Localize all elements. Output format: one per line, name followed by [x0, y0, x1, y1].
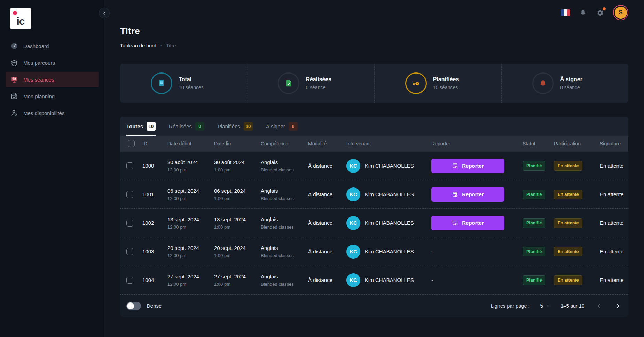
- breadcrumb-current: Titre: [166, 43, 176, 48]
- breadcrumb-root-link[interactable]: Tableau de bord: [120, 43, 156, 48]
- previous-page-button[interactable]: [595, 302, 603, 310]
- tab-label: À signer: [266, 123, 285, 129]
- cell-time-end: 1:00 pm: [214, 253, 258, 258]
- status-badge: Planifié: [523, 161, 545, 171]
- cell-signature: En attente: [597, 248, 628, 254]
- select-all-checkbox[interactable]: [128, 140, 135, 147]
- logo-text: ic: [16, 16, 24, 26]
- reporter-button-label: Reporter: [462, 191, 484, 197]
- stat-value: 10 séances: [433, 85, 471, 90]
- stat-value: 0 séance: [560, 85, 598, 90]
- reporter-button[interactable]: Reporter: [431, 187, 504, 202]
- sidebar-item-mes-disponibilites[interactable]: Mes disponibilités: [6, 105, 99, 121]
- sidebar-item-mes-parcours[interactable]: Mes parcours: [6, 55, 99, 70]
- intervenant-avatar: KC: [346, 159, 360, 173]
- cell-date-start: 27 sept. 2024: [167, 274, 211, 279]
- language-flag-france[interactable]: [561, 9, 570, 16]
- table-row: 1004 27 sept. 202412:00 pm 27 sept. 2024…: [120, 266, 628, 294]
- reporter-button-label: Reporter: [462, 220, 484, 226]
- cell-competence-sub: Blended classes: [261, 282, 305, 287]
- cell-time-start: 12:00 pm: [167, 196, 211, 201]
- notifications-button[interactable]: [579, 9, 587, 16]
- cell-time-end: 1:00 pm: [214, 196, 258, 201]
- table-row: 1003 20 sept. 202412:00 pm 20 sept. 2024…: [120, 237, 628, 266]
- reporter-button[interactable]: Reporter: [431, 216, 504, 230]
- column-header-date-fin: Date fin: [211, 141, 258, 146]
- stat-a-signer-circle: [532, 72, 554, 94]
- rows-per-page-select[interactable]: 5: [540, 303, 550, 309]
- next-page-button[interactable]: [614, 302, 622, 310]
- cell-competence: Anglais: [261, 216, 305, 222]
- tab-toutes[interactable]: Toutes 10: [126, 117, 156, 136]
- participation-badge: En attente: [554, 190, 582, 199]
- breadcrumb: Tableau de bord • Titre: [120, 43, 628, 48]
- participation-badge: En attente: [554, 218, 582, 228]
- stats-card: Total 10 séances Réalisées 0 séance Plan…: [120, 64, 628, 103]
- stat-value: 0 séance: [306, 85, 343, 90]
- tab-planifiees[interactable]: Planifiées 10: [218, 117, 253, 136]
- stat-realisees: Réalisées 0 séance: [247, 64, 374, 103]
- sidebar-item-mon-planning[interactable]: Mon planning: [6, 89, 99, 104]
- cell-intervenant-name: Kim CHABANOLLES: [365, 220, 414, 226]
- table-row: 1002 13 sept. 202412:00 pm 13 sept. 2024…: [120, 209, 628, 237]
- row-checkbox[interactable]: [126, 220, 133, 227]
- tab-a-signer[interactable]: À signer 0: [266, 117, 298, 136]
- cell-competence: Anglais: [261, 245, 305, 251]
- toggle-knob: [127, 302, 134, 309]
- participation-badge: En attente: [554, 247, 582, 256]
- row-checkbox[interactable]: [126, 277, 133, 284]
- tab-realisees[interactable]: Réalisées 0: [169, 117, 204, 136]
- cell-competence-sub: Blended classes: [261, 253, 305, 258]
- cell-date-end: 06 sept. 2024: [214, 188, 258, 194]
- cell-competence-sub: Blended classes: [261, 224, 305, 230]
- chevron-left-icon: [596, 303, 602, 309]
- logo-dot-icon: [13, 11, 17, 15]
- intervenant-avatar: KC: [346, 216, 360, 230]
- sidebar-item-mes-seances[interactable]: Mes séances: [6, 72, 99, 87]
- header-actions: S: [561, 5, 628, 20]
- sidebar-collapse-button[interactable]: [99, 8, 110, 18]
- pagination: Lignes par page : 5 1–5 sur 10: [491, 302, 622, 310]
- graduation-cap-icon: [10, 59, 18, 67]
- cell-date-end: 13 sept. 2024: [214, 216, 258, 222]
- tab-count-badge: 0: [195, 122, 204, 131]
- tab-count-badge: 0: [289, 122, 298, 131]
- user-avatar[interactable]: S: [613, 5, 628, 20]
- intervenant-avatar: KC: [346, 245, 360, 259]
- cell-intervenant-name: Kim CHABANOLLES: [365, 277, 414, 283]
- tab-count-badge: 10: [244, 122, 253, 131]
- column-header-intervenant: Intervenant: [344, 141, 429, 146]
- cell-date-start: 06 sept. 2024: [167, 188, 211, 194]
- cell-modality: À distance: [305, 277, 344, 283]
- cell-date-start: 13 sept. 2024: [167, 216, 211, 222]
- status-badge: Planifié: [523, 247, 545, 256]
- stat-total-circle: [151, 72, 172, 94]
- stat-realisees-circle: [278, 72, 299, 94]
- cell-intervenant-name: Kim CHABANOLLES: [365, 248, 414, 254]
- settings-button[interactable]: [596, 9, 604, 17]
- cell-date-end: 20 sept. 2024: [214, 245, 258, 251]
- row-checkbox[interactable]: [126, 162, 133, 169]
- reporter-button[interactable]: Reporter: [431, 159, 504, 173]
- schedule-clock-icon: [411, 79, 421, 88]
- receipt-icon: [157, 79, 166, 88]
- cell-signature: En attente: [597, 163, 628, 169]
- avatar-initial: S: [615, 7, 627, 19]
- row-checkbox[interactable]: [126, 248, 133, 255]
- tab-count-badge: 10: [147, 122, 156, 131]
- gauge-icon: [10, 42, 18, 50]
- column-header-competence: Compétence: [258, 141, 305, 146]
- cell-signature: En attente: [597, 191, 628, 197]
- bell-icon: [579, 9, 587, 16]
- settings-notification-dot: [603, 7, 606, 10]
- breadcrumb-separator: •: [160, 44, 162, 48]
- sidebar-item-dashboard[interactable]: Dashboard: [6, 38, 99, 54]
- sidebar-item-label: Dashboard: [23, 43, 49, 49]
- cell-modality: À distance: [305, 163, 344, 169]
- status-badge: Planifié: [523, 190, 545, 199]
- cell-reporter-empty: -: [429, 248, 520, 254]
- cell-time-start: 12:00 pm: [167, 253, 211, 258]
- row-checkbox[interactable]: [126, 191, 133, 198]
- dense-toggle[interactable]: [126, 302, 141, 310]
- cell-intervenant-name: Kim CHABANOLLES: [365, 163, 414, 169]
